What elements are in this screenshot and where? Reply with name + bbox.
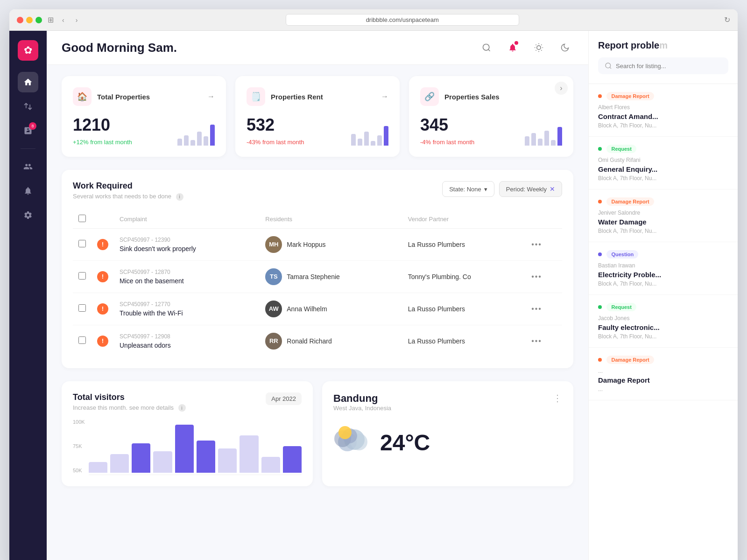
sidebar-item-settings[interactable] (18, 205, 38, 225)
total-properties-arrow[interactable]: → (207, 92, 215, 101)
filter-period-button[interactable]: Period: Weekly ✕ (499, 181, 562, 197)
sidebar-item-alert[interactable] (18, 181, 38, 201)
properties-sales-title: Properties Sales (444, 93, 500, 101)
properties-rent-arrow[interactable]: → (381, 92, 388, 101)
report-item-4[interactable]: Question Bastian Irawan Electricity Prob… (589, 242, 738, 295)
info-icon[interactable]: i (176, 193, 183, 201)
report-tag: Question (606, 250, 638, 259)
properties-rent-change: -43% from last month (247, 139, 304, 146)
work-required-section: Work Required Several works that needs t… (62, 170, 573, 368)
complaint-name: Sink doesn't work properly (120, 245, 254, 252)
y-label: 75K (73, 443, 85, 449)
report-subject: Contract Amand... (598, 112, 728, 120)
report-location: Block A, 7th Floor, Nu... (598, 122, 728, 129)
report-subject: Water Damage (598, 218, 728, 226)
maximize-button[interactable] (35, 17, 42, 23)
report-tag: Damage Report (606, 92, 654, 100)
more-options-button[interactable]: ••• (531, 273, 542, 280)
row-checkbox[interactable] (78, 240, 86, 247)
properties-rent-title: Properties Rent (271, 93, 323, 101)
status-dot (598, 252, 602, 256)
status-dot (598, 358, 602, 362)
close-button[interactable] (17, 17, 23, 23)
dark-mode-icon[interactable] (557, 39, 573, 56)
report-location: Block A, 7th Floor, Nu... (598, 228, 728, 234)
refresh-button[interactable]: ↻ (724, 15, 730, 24)
minimize-button[interactable] (26, 17, 33, 23)
report-author: Albert Flores (598, 104, 728, 111)
work-table: Complaint Residents Vendor Partner ! (73, 210, 562, 357)
browser-window: ⊞ ‹ › dribbble.com/usnpaceteam ↻ ✿ 8 (9, 9, 738, 560)
status-dot (598, 200, 602, 203)
sidebar-toggle-button[interactable]: ⊞ (48, 15, 54, 24)
svg-line-8 (536, 50, 536, 50)
notification-icon-button[interactable] (504, 39, 521, 56)
more-options-button[interactable]: ••• (531, 240, 542, 248)
properties-sales-value: 345 (420, 115, 474, 135)
more-options-button[interactable]: ••• (531, 337, 542, 345)
warning-icon: ! (97, 271, 108, 282)
report-tag: Request (606, 303, 636, 311)
header: Good Morning Sam. (47, 31, 588, 65)
avatar: TS (265, 268, 282, 285)
info-icon[interactable]: i (178, 404, 186, 412)
back-button[interactable]: ‹ (59, 15, 67, 25)
report-author: ... (598, 368, 728, 374)
report-location: Block A, 7th Floor, Nu... (598, 175, 728, 182)
row-checkbox[interactable] (78, 304, 86, 312)
stat-card-properties-rent: 🗒️ Properties Rent → 532 -43% from last … (235, 76, 400, 157)
report-location: Block A, 7th Floor, Nu... (598, 333, 728, 340)
header-actions (478, 39, 573, 56)
y-label: 100K (73, 419, 85, 425)
right-panel: Report problem Damage Report Albert Flor… (588, 31, 738, 560)
complaint-name: Unpleasant odors (120, 342, 254, 349)
expand-button[interactable]: › (555, 82, 568, 95)
resident-name: Ronald Richard (287, 337, 332, 345)
visitors-title: Total visitors (73, 392, 186, 402)
report-tag: Request (606, 145, 636, 153)
warning-icon: ! (97, 303, 108, 315)
forward-button[interactable]: › (73, 15, 81, 25)
search-input[interactable] (616, 63, 722, 70)
more-options-button[interactable]: ••• (531, 305, 542, 313)
resident-cell: MH Mark Hoppus (265, 236, 396, 253)
report-item-5[interactable]: Request Jacob Jones Faulty electronic...… (589, 295, 738, 348)
sidebar-item-badge[interactable]: 8 (18, 120, 38, 141)
light-mode-icon[interactable] (530, 39, 547, 56)
report-item-1[interactable]: Damage Report Albert Flores Contract Ama… (589, 84, 738, 137)
chart-bar (110, 454, 129, 473)
filter-state-button[interactable]: State: None ▾ (442, 181, 494, 197)
visitors-header: Total visitors Increase this month. see … (73, 392, 302, 412)
sidebar-item-users[interactable] (18, 156, 38, 177)
row-checkbox[interactable] (78, 336, 86, 344)
url-bar[interactable]: dribbble.com/usnpaceteam (286, 14, 519, 26)
svg-line-4 (536, 45, 536, 45)
work-required-title: Work Required (73, 181, 183, 191)
chart-bar (89, 462, 107, 473)
y-axis: 100K 75K 50K (73, 419, 85, 475)
resident-cell: AW Anna Wilhelm (265, 301, 396, 317)
report-subject: Faulty electronic... (598, 323, 728, 331)
report-item-3[interactable]: Damage Report Jeniver Salondre Water Dam… (589, 189, 738, 242)
select-all-checkbox[interactable] (78, 215, 86, 222)
sidebar-item-home[interactable] (18, 72, 38, 92)
report-author: Bastian Irawan (598, 262, 728, 269)
total-properties-title: Total Properties (97, 93, 150, 101)
avatar: MH (265, 236, 282, 253)
avatar: RR (265, 333, 282, 350)
row-checkbox[interactable] (78, 272, 86, 280)
chart-bar (283, 446, 302, 473)
weather-more-button[interactable]: ⋮ (553, 392, 562, 404)
report-item-6[interactable]: Damage Report ... Damage Report ... (589, 348, 738, 400)
filter-close-icon[interactable]: ✕ (550, 185, 555, 193)
svg-line-9 (541, 45, 542, 45)
report-item-2[interactable]: Request Omi Gusty Rifani General Enquiry… (589, 137, 738, 189)
status-dot (598, 305, 602, 309)
weather-icon (333, 421, 371, 465)
svg-point-16 (606, 63, 611, 68)
col-residents: Residents (260, 210, 402, 229)
search-icon-button[interactable] (478, 39, 495, 56)
bar-chart (89, 419, 302, 475)
weather-header: Bandung West Java, Indonesia ⋮ (333, 392, 562, 412)
sidebar-item-transfer[interactable] (18, 96, 38, 117)
